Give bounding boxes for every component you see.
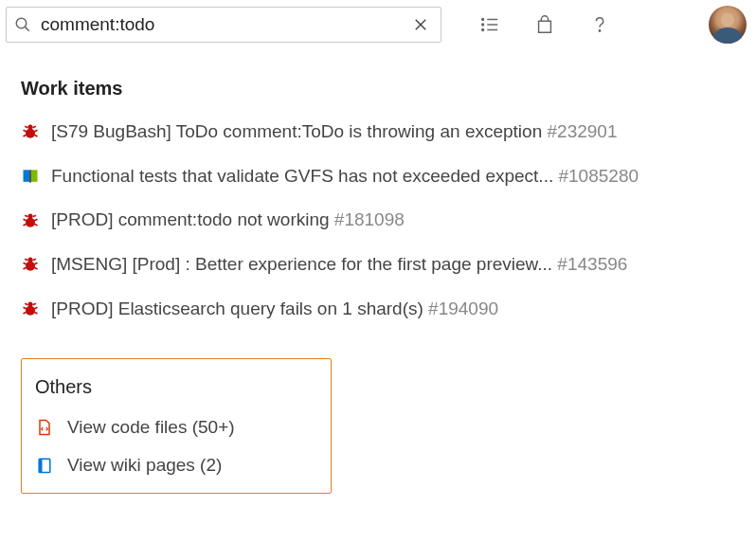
work-items-heading: Work items	[21, 78, 735, 100]
svg-line-30	[24, 263, 27, 265]
search-input[interactable]	[41, 14, 408, 35]
code-file-icon	[35, 418, 54, 437]
others-heading: Others	[35, 376, 317, 398]
user-avatar[interactable]	[709, 6, 747, 44]
view-wiki-pages-link[interactable]: View wiki pages (2)	[35, 455, 317, 476]
svg-line-43	[33, 303, 36, 305]
bug-icon	[21, 255, 40, 274]
svg-line-42	[25, 303, 27, 305]
svg-point-36	[26, 306, 35, 316]
svg-point-37	[28, 302, 33, 307]
svg-line-14	[34, 131, 37, 133]
svg-point-21	[28, 213, 33, 218]
svg-line-32	[24, 268, 27, 270]
list-icon[interactable]	[479, 14, 500, 35]
svg-point-28	[26, 262, 35, 271]
work-item-title: [PROD] comment:todo not working #181098	[51, 208, 405, 232]
top-icons	[479, 14, 610, 35]
svg-line-24	[24, 224, 27, 226]
svg-point-5	[482, 24, 484, 26]
svg-line-41	[34, 312, 37, 314]
svg-rect-45	[39, 460, 42, 473]
svg-line-34	[25, 260, 27, 262]
work-item-title: [MSENG] [Prod] : Better experience for t…	[51, 253, 627, 277]
topbar	[0, 0, 756, 49]
svg-point-0	[16, 18, 27, 28]
other-item-label: View code files (50+)	[67, 417, 235, 438]
others-section: Others View code files (50+) View wiki p…	[21, 358, 332, 494]
svg-line-40	[24, 312, 27, 314]
search-box[interactable]	[6, 7, 441, 43]
results-panel: Work items [S79 BugBash] ToDo comment:To…	[0, 49, 756, 503]
svg-line-33	[34, 268, 37, 270]
book-icon	[21, 167, 40, 186]
work-item-row[interactable]: Functional tests that validate GVFS has …	[21, 165, 735, 189]
svg-line-35	[33, 260, 36, 262]
work-item-title: [PROD] Elasticsearch query fails on 1 sh…	[51, 298, 498, 321]
work-item-title: [S79 BugBash] ToDo comment:ToDo is throw…	[51, 120, 617, 144]
svg-point-11	[26, 129, 35, 138]
svg-point-29	[28, 258, 33, 262]
wiki-icon	[35, 456, 54, 475]
svg-line-1	[26, 27, 29, 31]
work-item-row[interactable]: [PROD] Elasticsearch query fails on 1 sh…	[21, 298, 735, 321]
svg-line-16	[34, 136, 37, 137]
shopping-bag-icon[interactable]	[534, 14, 555, 35]
svg-point-12	[28, 125, 33, 130]
svg-line-27	[33, 215, 36, 217]
work-item-row[interactable]: [S79 BugBash] ToDo comment:ToDo is throw…	[21, 120, 735, 144]
other-item-label: View wiki pages (2)	[67, 455, 222, 476]
bug-icon	[21, 122, 40, 141]
svg-point-6	[482, 29, 484, 31]
bug-icon	[21, 211, 40, 230]
work-item-title: Functional tests that validate GVFS has …	[51, 165, 639, 189]
svg-point-20	[26, 217, 35, 226]
svg-line-39	[34, 307, 37, 309]
svg-line-31	[34, 263, 37, 265]
svg-line-17	[25, 127, 27, 129]
svg-line-23	[34, 219, 37, 221]
clear-search-button[interactable]	[408, 12, 433, 37]
help-icon[interactable]	[589, 14, 610, 35]
svg-line-38	[24, 307, 27, 309]
svg-point-4	[482, 19, 484, 21]
svg-line-15	[24, 136, 27, 137]
svg-line-18	[33, 127, 36, 129]
search-icon	[14, 16, 31, 33]
svg-line-25	[34, 224, 37, 226]
svg-line-26	[25, 215, 27, 217]
view-code-files-link[interactable]: View code files (50+)	[35, 417, 317, 438]
work-items-list: [S79 BugBash] ToDo comment:ToDo is throw…	[21, 120, 735, 320]
svg-rect-19	[29, 170, 31, 182]
svg-line-13	[24, 131, 27, 133]
svg-line-22	[24, 219, 27, 221]
svg-point-10	[599, 30, 600, 31]
work-item-row[interactable]: [MSENG] [Prod] : Better experience for t…	[21, 253, 735, 277]
work-item-row[interactable]: [PROD] comment:todo not working #181098	[21, 208, 735, 232]
bug-icon	[21, 299, 40, 318]
